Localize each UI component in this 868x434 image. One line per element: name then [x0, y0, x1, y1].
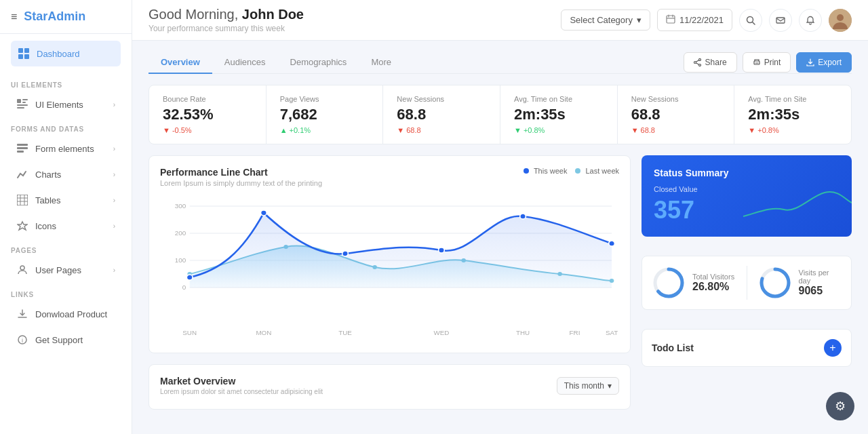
sidebar-header: ≡ StarAdmin: [0, 0, 132, 34]
stat-at2-value: 2m:35s: [748, 106, 837, 123]
stat-at2-change: ▼ +0.8%: [748, 126, 837, 134]
sidebar-item-dashboard[interactable]: Dashboard: [11, 41, 121, 66]
date-picker[interactable]: 11/22/2021: [657, 9, 732, 31]
username: John Doe: [242, 7, 304, 22]
greeting-label: Good Morning,: [149, 7, 238, 22]
sidebar-item-charts[interactable]: Charts ›: [5, 161, 126, 187]
chart-subtitle: Lorem Ipsum is simply dummy text of the …: [160, 179, 322, 187]
up-arrow-icon: ▲: [280, 126, 288, 134]
svg-rect-5: [22, 99, 28, 100]
ui-elements-label: UI Elements: [35, 100, 83, 110]
svg-rect-12: [17, 195, 28, 205]
bell-button[interactable]: [799, 9, 822, 32]
brand-part2: Admin: [47, 9, 85, 23]
market-overview-card: Market Overview Lorem ipsum dolor sit am…: [149, 364, 631, 410]
tab-overview[interactable]: Overview: [149, 52, 212, 74]
brand-part1: Star: [24, 9, 47, 23]
svg-text:300: 300: [175, 202, 186, 210]
tabs-row: Overview Audiences Demographics More Sha…: [149, 52, 852, 74]
tab-more[interactable]: More: [359, 52, 403, 74]
svg-text:WED: WED: [433, 329, 449, 336]
svg-rect-0: [18, 48, 23, 53]
svg-rect-4: [17, 99, 21, 103]
tab-demographics[interactable]: Demographics: [278, 52, 359, 74]
svg-point-56: [609, 241, 615, 246]
dashboard-icon: [18, 47, 30, 60]
share-button[interactable]: Share: [684, 52, 737, 73]
user-avatar[interactable]: [829, 9, 852, 32]
visits-per-day-donut: [758, 266, 792, 300]
svg-point-53: [342, 251, 349, 256]
download-label: Donwload Product: [35, 309, 107, 319]
svg-rect-27: [776, 18, 785, 23]
content-area: Overview Audiences Demographics More Sha…: [132, 41, 868, 434]
export-button[interactable]: Export: [796, 52, 852, 73]
market-header: Market Overview Lorem ipsum dolor sit am…: [160, 376, 619, 395]
sidebar-item-form-elements[interactable]: Form elements ›: [5, 136, 126, 161]
brand-name: StarAdmin: [24, 9, 85, 24]
mail-button[interactable]: [769, 9, 792, 32]
sidebar-item-support[interactable]: i Get Support: [5, 327, 126, 353]
total-visitors-info: Total Visitors 26.80%: [692, 273, 734, 293]
sidebar-item-download[interactable]: Donwload Product: [5, 301, 126, 327]
visits-per-day-label: Visits per day: [799, 269, 842, 285]
svg-text:i: i: [22, 337, 23, 344]
svg-rect-10: [17, 147, 28, 149]
category-label: Select Category: [570, 15, 633, 25]
print-button[interactable]: Print: [743, 52, 791, 73]
stat-page-views: Page Views 7,682 ▲ +0.1%: [267, 85, 384, 144]
settings-fab[interactable]: ⚙: [826, 392, 854, 420]
stats-row: Bounce Rate 32.53% ▼ -0.5% Page Views 7,…: [149, 85, 852, 144]
stat-bounce-rate: Bounce Rate 32.53% ▼ -0.5%: [149, 85, 267, 144]
stat-new-sessions2: New Sessions 68.8 ▼ 68.8: [618, 85, 735, 144]
category-chevron: ▾: [637, 15, 642, 25]
stat-at-label: Avg. Time on Site: [514, 95, 604, 103]
last-week-label: Last week: [585, 167, 619, 175]
section-forms: FORMS AND DATAS: [0, 117, 132, 136]
legend-this-week: This week: [524, 167, 567, 175]
svg-marker-17: [18, 222, 27, 230]
this-week-dot: [524, 168, 529, 174]
market-title: Market Overview: [160, 376, 323, 387]
total-visitors-donut: [652, 266, 686, 300]
search-button[interactable]: [739, 9, 762, 32]
chart-legend: This week Last week: [524, 167, 619, 175]
stat-at-value: 2m:35s: [514, 106, 604, 123]
date-value: 11/22/2021: [679, 15, 724, 25]
icons-icon: [16, 220, 28, 232]
dashboard-label: Dashboard: [37, 49, 80, 59]
stat-ns-change-val: 68.8: [406, 126, 420, 134]
svg-text:200: 200: [175, 229, 186, 237]
visits-per-day-info: Visits per day 9065: [799, 269, 842, 297]
svg-text:SUN: SUN: [182, 329, 197, 336]
download-icon: [16, 308, 28, 320]
stat-bounce-change-val: -0.5%: [172, 126, 192, 134]
svg-line-26: [753, 22, 755, 24]
stat-pv-value: 7,682: [280, 106, 370, 123]
svg-text:100: 100: [175, 256, 186, 264]
sidebar-item-icons[interactable]: Icons ›: [5, 213, 126, 239]
sidebar-item-user-pages[interactable]: User Pages ›: [5, 257, 126, 283]
stat-ns2-value: 68.8: [631, 106, 721, 123]
hamburger-icon[interactable]: ≡: [11, 11, 17, 23]
visitors-divider: [747, 266, 747, 300]
charts-area: Performance Line Chart Lorem Ipsum is si…: [149, 155, 852, 410]
stat-at2-change-val: +0.8%: [757, 126, 779, 134]
status-summary-card: Status Summary Closed Value 357: [642, 155, 852, 237]
tab-audiences[interactable]: Audiences: [212, 52, 278, 74]
svg-point-54: [439, 248, 445, 253]
svg-point-51: [186, 275, 193, 280]
todo-add-button[interactable]: +: [824, 339, 842, 357]
sidebar-item-tables[interactable]: Tables ›: [5, 187, 126, 213]
icons-label: Icons: [35, 221, 56, 231]
svg-text:THU: THU: [516, 329, 530, 336]
greeting-subtitle: Your performance summary this week: [149, 24, 550, 33]
month-select[interactable]: This month ▾: [557, 377, 619, 395]
svg-rect-6: [22, 102, 26, 103]
category-select[interactable]: Select Category ▾: [561, 9, 650, 31]
total-visitors-value: 26.80%: [692, 281, 734, 293]
sidebar-item-ui-elements[interactable]: UI Elements ›: [5, 92, 126, 117]
form-elements-icon: [16, 142, 28, 155]
form-elements-label: Form elements: [35, 144, 94, 154]
down-arrow-icon: ▼: [163, 126, 170, 134]
